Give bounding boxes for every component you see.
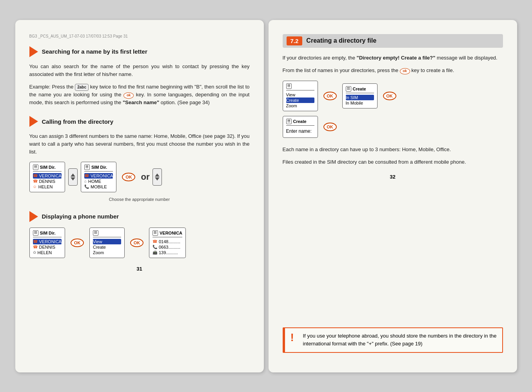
- person-sym-1: ☺: [33, 184, 37, 189]
- display-box3: ☷ VERONICA ☎ 0148.......... 📞 0663......…: [149, 228, 186, 258]
- ok-button-right2[interactable]: OK: [383, 92, 396, 100]
- file-header: BG3 _PCS_AUS_UM_17-07-03 17/07/03 12:53 …: [29, 34, 250, 38]
- section-number-badge: 7.2: [287, 36, 303, 45]
- ok-key-inline: ok: [123, 92, 134, 99]
- phone-icon-r3: ☷: [286, 119, 292, 124]
- display-box3-num1: ☎ 0148..........: [153, 239, 182, 244]
- mobile-sym-2: 📞: [153, 245, 157, 249]
- right-box2-inmobile: In Mobile: [346, 100, 374, 106]
- right-diagram-row1: ☷ View Create Zoom OK ☷ Create In SIM In…: [283, 81, 503, 111]
- display-box3-num2: 📞 0663..........: [153, 244, 182, 250]
- display-box1: ☷ SIM Dir. ☎ VERONICA ☎ DENNIS ✩ HELEN: [29, 228, 65, 258]
- right-box1-zoom: Zoom: [286, 103, 314, 108]
- display-section-heading: Displaying a phone number: [29, 211, 250, 222]
- display-box2: ☷ View Create Zoom: [89, 228, 125, 258]
- right-footer-para2: Files created in the SIM directory can b…: [283, 158, 503, 166]
- calling-box1-item-helen: ☺ HELEN: [33, 184, 62, 190]
- or-text: or: [141, 172, 149, 182]
- phone-sym-5: ☎: [33, 245, 38, 249]
- scroll-button-1[interactable]: [68, 168, 78, 186]
- search-para-1: You can also search for the name of the …: [29, 63, 250, 78]
- search-heading-text: Searching for a name by its first letter: [42, 48, 147, 55]
- left-page-panel: BG3 _PCS_AUS_UM_17-07-03 17/07/03 12:53 …: [15, 20, 264, 372]
- page-container: BG3 _PCS_AUS_UM_17-07-03 17/07/03 12:53 …: [15, 20, 517, 372]
- scroll-up-arrow: [71, 173, 75, 177]
- calling-box2-header: ☷ SIM Dir.: [84, 164, 113, 172]
- right-heading-text: Creating a directory file: [306, 37, 376, 44]
- calling-box1: ☷ SIM Dir. ☎ VERONICA ☎ DENNIS ☺ HELEN: [29, 162, 65, 192]
- display-box3-header: ☷ VERONICA: [153, 230, 182, 237]
- display-box1-helen: ✩ HELEN: [33, 250, 62, 255]
- phone-sym-1: ☎: [33, 173, 38, 178]
- display-box2-zoom: Zoom: [93, 250, 121, 255]
- calling-box2-item-home: ⌂ HOME: [84, 179, 113, 184]
- phone-icon-r2: ☷: [346, 86, 351, 92]
- calling-diagrams: ☷ SIM Dir. ☎ VERONICA ☎ DENNIS ☺ HELEN: [29, 162, 250, 202]
- ok-button-right3[interactable]: OK: [323, 123, 337, 131]
- display-heading-text: Displaying a phone number: [42, 213, 119, 220]
- right-box3-entername: Enter name:: [286, 127, 314, 135]
- right-box3-header: ☷ Create: [286, 119, 314, 126]
- right-para-1: If your directories are empty, the "Dire…: [283, 54, 503, 62]
- calling-box2: ☷ SIM Dir. ☎ VERONICA ⌂ HOME 📞 MOBILE: [81, 162, 116, 192]
- calling-diagram-row: ☷ SIM Dir. ☎ VERONICA ☎ DENNIS ☺ HELEN: [29, 162, 250, 192]
- right-box2: ☷ Create In SIM In Mobile: [342, 83, 378, 108]
- right-section-heading: 7.2 Creating a directory file: [283, 34, 503, 48]
- display-box2-view: View: [93, 239, 121, 244]
- phone-sym-4: ☎: [33, 239, 38, 244]
- right-box1-view: View: [286, 92, 314, 98]
- right-box2-insim: In SIM: [346, 95, 374, 100]
- right-page-number: 32: [283, 174, 503, 180]
- phone-icon-3: ☷: [33, 230, 38, 236]
- calling-caption: Choose the appropriate number: [29, 197, 250, 202]
- home-sym-1: ⌂: [84, 179, 87, 183]
- display-box1-header: ☷ SIM Dir.: [33, 230, 62, 237]
- left-page-number: 31: [29, 266, 250, 272]
- phone-icon-1: ☷: [33, 164, 38, 170]
- calling-section-heading: Calling from the directory: [29, 116, 250, 127]
- phone-sym-6: ☎: [153, 239, 157, 244]
- display-box1-dennis: ☎ DENNIS: [33, 244, 62, 250]
- phone-icon-2: ☷: [84, 164, 90, 170]
- phone-icon-5: ☷: [153, 230, 158, 236]
- display-box2-header: ☷: [93, 230, 121, 237]
- calling-box1-item-dennis: ☎ DENNIS: [33, 179, 62, 184]
- calling-box1-header: ☷ SIM Dir.: [33, 164, 62, 172]
- mobile-sym-1: 📞: [84, 184, 89, 189]
- display-diagrams: ☷ SIM Dir. ☎ VERONICA ☎ DENNIS ✩ HELEN O…: [29, 228, 250, 258]
- phone-icon-r1: ☷: [286, 83, 292, 89]
- key-2abc: 2abc: [75, 84, 89, 91]
- right-box1: ☷ View Create Zoom: [283, 81, 318, 111]
- ok-button-right1[interactable]: OK: [323, 92, 337, 100]
- ok-button-calling[interactable]: OK: [122, 173, 135, 181]
- right-para-2: From the list of names in your directori…: [283, 67, 503, 74]
- scroll-up-arrow-2: [155, 173, 160, 177]
- phone-sym-2: ☎: [33, 179, 38, 183]
- display-box1-veronica: ☎ VERONICA: [33, 239, 62, 244]
- search-para-2: Example: Press the 2abc key twice to fin…: [29, 83, 250, 107]
- right-box2-header: ☷ Create: [346, 86, 374, 93]
- ok-key-inline-right: ok: [400, 68, 410, 74]
- calling-box2-item-veronica: ☎ VERONICA: [84, 173, 113, 179]
- scroll-down-arrow-2: [155, 177, 160, 181]
- fax-sym: 📠: [153, 250, 157, 255]
- scroll-button-2[interactable]: [153, 168, 162, 186]
- ok-button-display1[interactable]: OK: [71, 238, 84, 247]
- arrow-icon-calling: [29, 116, 38, 127]
- calling-para-1: You can assign 3 different numbers to th…: [29, 132, 250, 156]
- calling-heading-text: Calling from the directory: [42, 118, 114, 125]
- right-box1-header: ☷: [286, 83, 314, 90]
- right-box1-create: Create: [286, 98, 314, 103]
- display-diagram-row: ☷ SIM Dir. ☎ VERONICA ☎ DENNIS ✩ HELEN O…: [29, 228, 250, 258]
- info-box-text: If you use your telephone abroad, you sh…: [303, 332, 497, 348]
- info-box: ! If you use your telephone abroad, you …: [283, 327, 503, 352]
- arrow-icon-search: [29, 46, 38, 57]
- phone-sym-3: ☎: [84, 173, 89, 178]
- ok-button-display2[interactable]: OK: [130, 238, 143, 247]
- calling-box1-item-veronica: ☎ VERONICA: [33, 173, 62, 179]
- scroll-down-arrow: [71, 177, 75, 181]
- right-diagram-row2: ☷ Create Enter name: OK: [283, 116, 503, 138]
- search-section-heading: Searching for a name by its first letter: [29, 46, 250, 57]
- right-box3: ☷ Create Enter name:: [283, 116, 318, 138]
- phone-icon-4: ☷: [93, 230, 98, 236]
